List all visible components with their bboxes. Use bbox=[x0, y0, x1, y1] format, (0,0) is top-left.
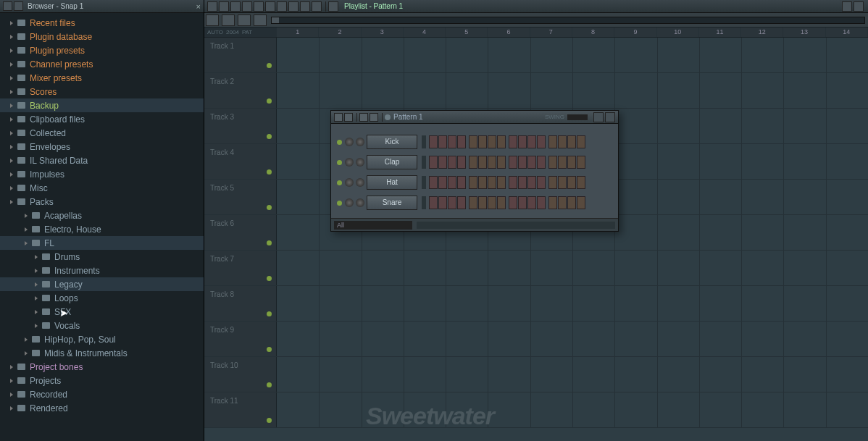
channel-rack-window[interactable]: Pattern 1 SWING KickClapHatSnare All bbox=[330, 110, 619, 232]
channel-button[interactable]: Snare bbox=[367, 196, 417, 210]
expand-arrow-icon[interactable] bbox=[10, 49, 14, 53]
step-button[interactable] bbox=[548, 156, 557, 169]
rack-velocity-strip[interactable] bbox=[417, 222, 615, 229]
track-header[interactable]: Track 9 bbox=[204, 322, 277, 356]
channel-button[interactable]: Hat bbox=[367, 175, 417, 190]
tree-item[interactable]: IL Shared Data bbox=[0, 154, 204, 167]
tree-item[interactable]: Impulses bbox=[0, 167, 204, 181]
track-header[interactable]: Track 11 bbox=[204, 392, 277, 427]
expand-arrow-icon[interactable] bbox=[25, 227, 29, 232]
rack-toggle-button[interactable] bbox=[344, 113, 353, 122]
volume-knob[interactable] bbox=[356, 178, 364, 187]
tree-item[interactable]: Channel presets bbox=[0, 57, 204, 71]
volume-knob[interactable] bbox=[356, 158, 364, 167]
tree-item[interactable]: Recent files bbox=[0, 16, 204, 30]
track-lane[interactable] bbox=[277, 73, 868, 108]
playlist-menu-button[interactable] bbox=[207, 1, 217, 12]
tree-item[interactable]: Mixer presets bbox=[0, 71, 204, 85]
step-button[interactable] bbox=[478, 156, 487, 169]
playlist-h-scrollbar[interactable] bbox=[271, 17, 865, 24]
step-button[interactable] bbox=[577, 135, 585, 148]
tree-item[interactable]: Rendered bbox=[0, 401, 204, 415]
browser-menu-button[interactable] bbox=[14, 1, 23, 11]
step-button[interactable] bbox=[457, 176, 466, 189]
step-button[interactable] bbox=[567, 156, 576, 169]
track-header[interactable]: Track 10 bbox=[204, 357, 277, 392]
step-button[interactable] bbox=[429, 135, 438, 148]
step-button[interactable] bbox=[478, 135, 487, 148]
tree-item[interactable]: Projects bbox=[0, 374, 204, 387]
step-button[interactable] bbox=[429, 176, 438, 189]
channel-select[interactable] bbox=[422, 156, 426, 169]
step-button[interactable] bbox=[429, 156, 438, 169]
expand-arrow-icon[interactable] bbox=[10, 117, 14, 122]
swing-slider[interactable] bbox=[567, 114, 588, 120]
snap-button[interactable] bbox=[206, 14, 219, 26]
step-button[interactable] bbox=[509, 196, 517, 209]
step-button[interactable] bbox=[438, 135, 447, 148]
tool-playback-button[interactable] bbox=[312, 1, 322, 12]
expand-arrow-icon[interactable] bbox=[25, 241, 29, 245]
ruler-bar-number[interactable]: 4 bbox=[404, 28, 446, 37]
step-button[interactable] bbox=[497, 176, 506, 189]
ruler-bar-number[interactable]: 12 bbox=[741, 28, 783, 37]
channel-filter-dropdown[interactable]: All bbox=[334, 221, 412, 230]
expand-arrow-icon[interactable] bbox=[10, 406, 14, 411]
rack-menu-button[interactable] bbox=[334, 113, 343, 122]
ruler-bar-number[interactable]: 5 bbox=[446, 28, 488, 37]
expand-arrow-icon[interactable] bbox=[10, 172, 14, 177]
expand-arrow-icon[interactable] bbox=[35, 282, 39, 287]
track-mute-led[interactable] bbox=[267, 134, 272, 139]
step-button[interactable] bbox=[548, 196, 557, 209]
track-lane[interactable] bbox=[277, 322, 868, 356]
step-button[interactable] bbox=[488, 135, 496, 148]
track-header[interactable]: Track 8 bbox=[204, 286, 277, 321]
step-button[interactable] bbox=[527, 135, 536, 148]
track-header[interactable]: Track 3 bbox=[204, 109, 277, 143]
scroll-start-button[interactable] bbox=[254, 14, 267, 26]
rack-title[interactable]: Pattern 1 bbox=[393, 113, 423, 121]
tree-item[interactable]: Instruments bbox=[0, 264, 204, 277]
keyboard-view-button[interactable] bbox=[605, 112, 615, 122]
tree-item[interactable]: Clipboard files bbox=[0, 112, 204, 126]
expand-arrow-icon[interactable] bbox=[10, 21, 14, 25]
step-button[interactable] bbox=[497, 196, 506, 209]
track-lane[interactable] bbox=[277, 251, 868, 285]
tree-item[interactable]: Scores bbox=[0, 85, 204, 98]
tree-item[interactable]: Collected bbox=[0, 126, 204, 140]
track-lane[interactable] bbox=[277, 38, 868, 72]
step-button[interactable] bbox=[457, 135, 466, 148]
expand-arrow-icon[interactable] bbox=[10, 200, 14, 204]
ruler-bar-number[interactable]: 13 bbox=[783, 28, 825, 37]
step-button[interactable] bbox=[558, 196, 567, 209]
ruler-bar-number[interactable]: 6 bbox=[488, 28, 530, 37]
track-mute-led[interactable] bbox=[267, 240, 272, 245]
track-mute-led[interactable] bbox=[267, 63, 272, 68]
track-header[interactable]: Track 7 bbox=[204, 251, 277, 285]
channel-button[interactable]: Clap bbox=[367, 155, 417, 169]
track-header[interactable]: Track 2 bbox=[204, 73, 277, 108]
step-button[interactable] bbox=[457, 156, 466, 169]
tool-slice-button[interactable] bbox=[277, 1, 287, 12]
expand-arrow-icon[interactable] bbox=[35, 324, 39, 328]
playlist-maximize-button[interactable] bbox=[842, 1, 852, 12]
volume-knob[interactable] bbox=[356, 198, 364, 207]
step-button[interactable] bbox=[577, 156, 585, 169]
expand-arrow-icon[interactable] bbox=[10, 35, 14, 39]
ruler-bar-number[interactable]: 2 bbox=[319, 28, 361, 37]
expand-arrow-icon[interactable] bbox=[35, 310, 39, 314]
expand-arrow-icon[interactable] bbox=[35, 269, 39, 273]
pan-knob[interactable] bbox=[345, 178, 354, 187]
step-button[interactable] bbox=[558, 135, 567, 148]
tree-item[interactable]: Plugin presets bbox=[0, 43, 204, 57]
play-loop-button[interactable] bbox=[238, 14, 251, 26]
volume-knob[interactable] bbox=[356, 138, 364, 146]
track-mute-led[interactable] bbox=[267, 347, 272, 352]
channel-select[interactable] bbox=[422, 135, 426, 148]
step-button[interactable] bbox=[448, 135, 456, 148]
track-header[interactable]: Track 4 bbox=[204, 144, 277, 179]
step-button[interactable] bbox=[537, 135, 546, 148]
step-button[interactable] bbox=[577, 196, 585, 209]
step-button[interactable] bbox=[537, 156, 546, 169]
step-button[interactable] bbox=[478, 196, 487, 209]
